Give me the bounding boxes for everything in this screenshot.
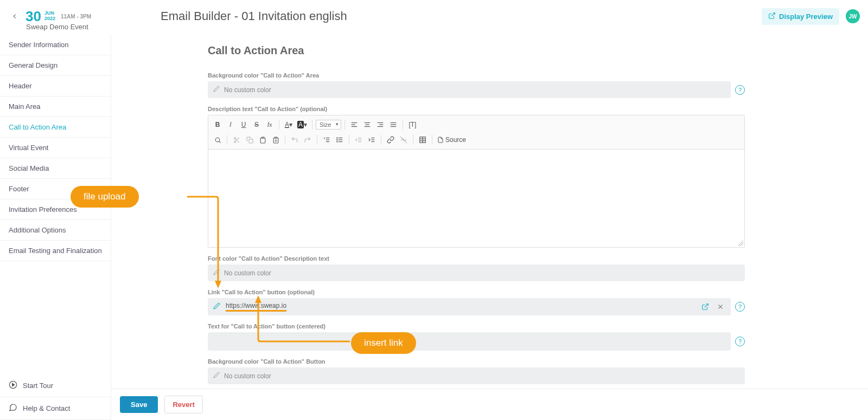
sidebar: Sender InformationGeneral DesignHeaderMa… (0, 35, 111, 420)
bg-color-field[interactable]: No custom color (208, 81, 731, 98)
svg-line-0 (771, 12, 775, 16)
arrow-insert-link-icon (250, 294, 358, 345)
svg-marker-50 (215, 281, 221, 288)
page-title: Email Builder - 01 Invitation english (161, 9, 347, 23)
font-color-desc-group: Font color "Call to Action" Description … (208, 255, 745, 281)
annotation-insert-link: insert link (351, 332, 416, 354)
align-center-button[interactable] (361, 119, 373, 131)
text-color-button[interactable]: A▾ (283, 119, 295, 131)
arrow-file-upload-icon (184, 195, 228, 293)
bg-color-button-value: No custom color (224, 372, 271, 380)
redo-button[interactable] (302, 134, 314, 146)
sidebar-item[interactable]: Social Media (0, 158, 111, 179)
pencil-icon (213, 86, 220, 94)
help-icon[interactable]: ? (735, 302, 745, 312)
description-group: Description text "Call to Action" (optio… (208, 106, 745, 248)
svg-marker-51 (255, 295, 261, 303)
start-tour-label: Start Tour (23, 382, 53, 390)
sidebar-item[interactable]: Email Testing and Finalization (0, 241, 111, 261)
bg-color-label: Background color "Call to Action" Area (208, 72, 745, 79)
underline-button[interactable]: U (238, 119, 250, 131)
svg-point-18 (234, 141, 235, 143)
svg-marker-2 (12, 383, 15, 386)
link-button[interactable] (385, 134, 397, 146)
annotation-file-upload: file upload (71, 186, 139, 208)
align-left-button[interactable] (348, 119, 360, 131)
cut-button[interactable] (231, 134, 242, 146)
section-title: Call to Action Area (208, 44, 745, 57)
event-name: Sweap Demo Event (26, 23, 88, 31)
header-left: 30 JUN 2022 11AM - 3PM Email Builder - 0… (8, 8, 347, 25)
bold-button[interactable]: B (212, 119, 224, 131)
table-button[interactable] (417, 134, 429, 146)
svg-line-20 (237, 140, 239, 142)
start-tour-button[interactable]: Start Tour (0, 374, 111, 397)
avatar[interactable]: JW (846, 9, 860, 23)
align-right-button[interactable] (374, 119, 386, 131)
svg-rect-22 (248, 139, 252, 143)
svg-line-16 (219, 141, 220, 143)
font-color-desc-field[interactable]: No custom color (208, 264, 745, 281)
svg-point-34 (337, 139, 337, 140)
paste-text-button[interactable] (270, 134, 282, 146)
sidebar-item[interactable]: Main Area (0, 96, 111, 117)
help-contact-label: Help & Contact (23, 404, 70, 412)
paste-button[interactable] (257, 134, 269, 146)
undo-button[interactable] (289, 134, 301, 146)
sidebar-item[interactable]: General Design (0, 55, 111, 76)
unlink-button[interactable] (398, 134, 410, 146)
play-icon (9, 380, 17, 391)
help-icon[interactable]: ? (735, 85, 745, 95)
help-contact-button[interactable]: Help & Contact (0, 397, 111, 420)
svg-point-15 (215, 138, 220, 142)
align-justify-button[interactable] (387, 119, 399, 131)
clear-link-icon[interactable] (716, 302, 725, 312)
font-size-select[interactable]: Size (316, 120, 341, 130)
sidebar-item[interactable]: Virtual Event (0, 138, 111, 158)
sidebar-item[interactable]: Header (0, 76, 111, 96)
chat-icon (9, 403, 17, 413)
bg-color-group: Background color "Call to Action" Area N… (208, 72, 745, 98)
svg-line-21 (235, 139, 237, 140)
svg-rect-23 (261, 137, 264, 138)
rich-text-editor: B I U S Ix A▾ A▾ Size [T] (208, 115, 745, 248)
find-button[interactable] (212, 134, 224, 146)
font-color-desc-label: Font color "Call to Action" Description … (208, 255, 745, 262)
indent-button[interactable] (366, 134, 378, 146)
svg-line-47 (705, 304, 708, 307)
date-day: 30 (25, 8, 41, 25)
source-button[interactable]: Source (436, 134, 468, 146)
sidebar-item[interactable]: Additional Options (0, 220, 111, 241)
editor-toolbar: B I U S Ix A▾ A▾ Size [T] (208, 115, 744, 150)
strikethrough-button[interactable]: S (251, 119, 263, 131)
numbered-list-button[interactable] (321, 134, 333, 146)
italic-button[interactable]: I (225, 119, 237, 131)
sidebar-item[interactable]: Call to Action Area (0, 117, 111, 138)
placeholder-button[interactable]: [T] (406, 119, 418, 131)
svg-point-33 (337, 138, 337, 138)
bullet-list-button[interactable] (334, 134, 346, 146)
date-time: 11AM - 3PM (61, 14, 91, 20)
header-right: Display Preview JW (762, 8, 860, 25)
event-date: 30 JUN 2022 11AM - 3PM (25, 8, 91, 25)
bg-color-button[interactable]: A▾ (296, 119, 309, 131)
revert-button[interactable]: Revert (164, 396, 202, 413)
pencil-icon (213, 372, 220, 380)
footer-bar: Save Revert (111, 389, 868, 420)
sidebar-item[interactable]: Sender Information (0, 35, 111, 55)
bg-color-value: No custom color (224, 86, 271, 94)
editor-textarea[interactable] (208, 150, 744, 247)
copy-button[interactable] (244, 134, 256, 146)
open-link-icon[interactable] (700, 302, 710, 312)
display-preview-button[interactable]: Display Preview (762, 8, 839, 25)
save-button[interactable]: Save (120, 396, 158, 413)
back-button[interactable] (8, 10, 21, 23)
external-link-icon (768, 12, 776, 21)
outdent-button[interactable] (353, 134, 365, 146)
help-icon[interactable]: ? (735, 337, 745, 346)
svg-point-17 (234, 137, 235, 139)
edit-icon[interactable] (213, 302, 220, 311)
remove-format-button[interactable]: Ix (264, 119, 276, 131)
bg-color-button-field[interactable]: No custom color (208, 367, 745, 384)
bg-color-button-group: Background color "Call to Action" Button… (208, 358, 745, 384)
